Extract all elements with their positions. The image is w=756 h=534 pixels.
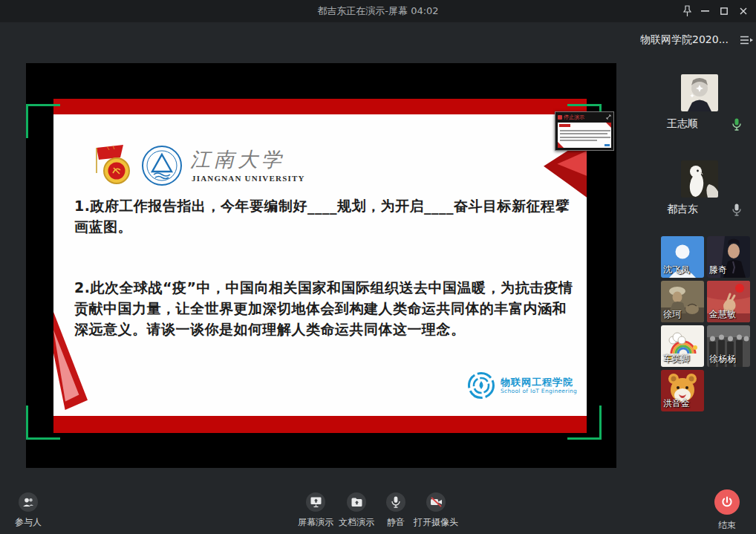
close-icon[interactable]: [734, 0, 753, 22]
meeting-room-name: 物联网学院2020...: [640, 33, 729, 47]
camera-label: 打开摄像头: [414, 516, 458, 529]
avatar-wang-zhishun[interactable]: [681, 74, 718, 111]
participant-tile-teng-qi[interactable]: 滕奇: [707, 236, 750, 278]
mini-window-titlebar: 停止演示: [555, 112, 613, 122]
stop-presenting-icon: [558, 115, 562, 120]
end-label: 结束: [718, 519, 736, 532]
minimize-button[interactable]: [695, 0, 714, 22]
maximize-button[interactable]: [714, 0, 734, 22]
meeting-room-header: 物联网学院2020...: [640, 33, 753, 47]
microphone-icon: [386, 492, 405, 512]
doc-share-label: 文档演示: [339, 516, 374, 529]
camera-button[interactable]: 打开摄像头: [414, 492, 458, 529]
participant-tile-jin-huimin[interactable]: 金慧敏: [707, 281, 750, 322]
participants-button[interactable]: 参与人: [9, 492, 48, 529]
participant-tile-che-xiaoqing[interactable]: 车笑卿: [661, 325, 704, 367]
participants-label: 参与人: [15, 516, 42, 529]
participant-tile-xu-yangyang[interactable]: 徐杨杨: [707, 325, 750, 367]
capture-bracket-top-left: [26, 104, 60, 138]
participant-name: 洪音金: [663, 397, 690, 410]
slide-question-2: 2.此次全球战“疫”中，中国向相关国家和国际组织送去中国温暖，为抗击疫情贡献中国…: [74, 277, 573, 339]
participants-sidebar: 物联网学院2020... 王志顺: [637, 22, 756, 534]
participant-tile-hong-yinjin[interactable]: 洪音金: [661, 370, 704, 411]
slide-bottom-red-bar: [53, 416, 587, 433]
school-name-cn: 物联网工程学院: [501, 377, 577, 388]
participant-name: 都吉东: [667, 203, 698, 216]
participant-name: 滕奇: [709, 264, 727, 276]
participants-icon: [19, 492, 38, 512]
participant-grid: 沈飞凤 滕奇 徐珂: [661, 236, 750, 411]
participant-row: 都吉东: [667, 203, 741, 216]
university-name-cn: 江南大学: [190, 146, 285, 173]
participant-name: 徐杨杨: [709, 353, 736, 365]
mic-idle-icon[interactable]: [732, 203, 741, 216]
end-meeting-button[interactable]: 结束: [706, 489, 749, 532]
participant-name: 车笑卿: [663, 353, 690, 365]
slide-question-1: 1.政府工作报告指出，今年要编制好____规划，为开启____奋斗目标新征程擘画…: [74, 195, 573, 237]
participant-name: 沈飞凤: [663, 264, 690, 276]
mute-label: 静音: [387, 516, 405, 529]
avatar-du-jidong[interactable]: [681, 160, 718, 198]
iot-school-logo: [466, 371, 496, 400]
presentation-slide: 江南大学 JIANGNAN UNIVERSITY 1.政府工作报告指出，今年要编…: [53, 99, 587, 433]
window-title: 都吉东正在演示-屏幕 04:02: [0, 0, 756, 22]
screen-share-button[interactable]: 屏幕演示: [296, 492, 335, 529]
capture-bracket-bottom-left: [26, 406, 60, 440]
jiangnan-university-logo: [141, 145, 183, 186]
doc-share-icon: [347, 492, 366, 512]
presenter-control-mini-window[interactable]: 停止演示: [555, 111, 614, 151]
title-bar: 都吉东正在演示-屏幕 04:02: [0, 0, 756, 22]
mic-active-icon[interactable]: [732, 118, 741, 131]
participant-tile-shen-feifeng[interactable]: 沈飞凤: [661, 236, 704, 278]
capture-bracket-bottom-right: [567, 406, 602, 440]
university-name-en: JIANGNAN UNIVERSITY: [192, 174, 305, 183]
screen-share-label: 屏幕演示: [298, 516, 333, 529]
participant-name: 王志顺: [667, 117, 698, 131]
screen-share-icon: [306, 492, 325, 512]
collapse-panel-icon[interactable]: [740, 36, 753, 45]
party-emblem-logo: [94, 143, 134, 186]
mute-button[interactable]: 静音: [381, 492, 411, 529]
pin-icon[interactable]: [680, 4, 694, 18]
power-icon: [714, 489, 740, 515]
participant-name: 徐珂: [663, 308, 681, 321]
participant-row: 王志顺: [667, 117, 741, 131]
camera-off-icon: [426, 492, 446, 512]
participant-name: 金慧敏: [709, 308, 736, 321]
expand-icon[interactable]: [606, 114, 611, 120]
iot-school-logo-block: 物联网工程学院 School of IoT Engineering: [466, 371, 577, 400]
doc-share-button[interactable]: 文档演示: [337, 492, 376, 529]
mini-slide-preview: [558, 123, 611, 148]
mini-window-title: 停止演示: [564, 114, 605, 121]
slide-top-red-bar: [53, 99, 587, 114]
participant-tile-xu-ke[interactable]: 徐珂: [661, 281, 704, 322]
school-name-en: School of IoT Engineering: [501, 388, 577, 394]
